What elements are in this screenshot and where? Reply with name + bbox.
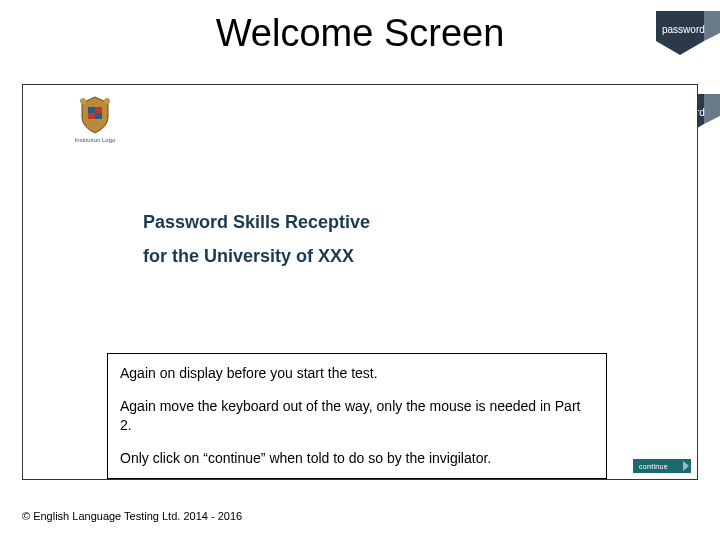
note-line-3: Only click on “continue” when told to do…: [120, 449, 594, 468]
content-frame: Institution Logo Password Skills Recepti…: [22, 84, 698, 480]
institution-caption: Institution Logo: [69, 137, 121, 143]
svg-marker-1: [704, 11, 720, 41]
brand-badge-top: password: [656, 11, 720, 55]
svg-point-7: [80, 98, 86, 104]
headline-line1: Password Skills Receptive: [143, 205, 370, 239]
test-headline: Password Skills Receptive for the Univer…: [143, 205, 370, 273]
svg-point-8: [104, 98, 110, 104]
continue-button[interactable]: continue: [633, 459, 691, 473]
footer-copyright: © English Language Testing Ltd. 2014 - 2…: [22, 510, 242, 522]
svg-rect-5: [88, 107, 95, 113]
svg-rect-6: [95, 113, 102, 119]
headline-line2: for the University of XXX: [143, 239, 370, 273]
institution-logo: Institution Logo: [69, 93, 121, 143]
note-line-1: Again on display before you start the te…: [120, 364, 594, 383]
note-line-2: Again move the keyboard out of the way, …: [120, 397, 594, 435]
slide-title: Welcome Screen: [0, 12, 720, 55]
continue-label: continue: [639, 463, 668, 470]
instruction-note: Again on display before you start the te…: [107, 353, 607, 479]
arrow-right-icon: [683, 461, 689, 471]
crest-icon: [74, 93, 116, 135]
svg-marker-3: [704, 94, 720, 124]
brand-text: password: [662, 24, 705, 35]
